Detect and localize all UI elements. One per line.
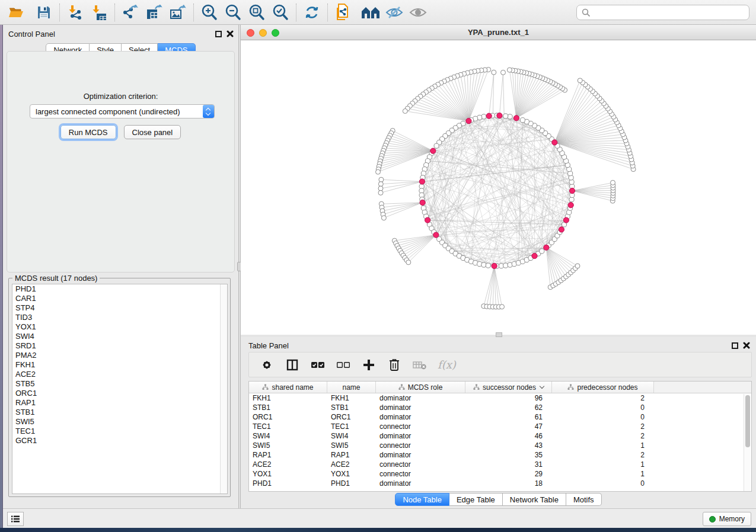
- graph-selected-node[interactable]: [563, 217, 569, 223]
- export-image-button[interactable]: [166, 2, 190, 23]
- export-table-button[interactable]: [142, 2, 166, 23]
- apply-layout-button[interactable]: [300, 2, 324, 23]
- graph-selected-node[interactable]: [433, 232, 439, 238]
- graph-selected-node[interactable]: [552, 140, 557, 145]
- mcds-result-item[interactable]: PMA2: [12, 351, 227, 360]
- graph-leaf-node[interactable]: [501, 70, 506, 75]
- column-header-MCDS-role[interactable]: MCDS role: [376, 382, 465, 393]
- mcds-result-item[interactable]: GCR1: [12, 436, 227, 446]
- show-columns-button[interactable]: [285, 357, 300, 373]
- graph-selected-node[interactable]: [419, 179, 425, 184]
- open-file-button[interactable]: [5, 2, 28, 23]
- show-all-button[interactable]: [406, 2, 430, 23]
- deselect-all-button[interactable]: [336, 357, 351, 373]
- splitter-handle[interactable]: [496, 332, 502, 337]
- graph-leaf-node[interactable]: [507, 68, 512, 72]
- graph-leaf-node[interactable]: [500, 305, 505, 309]
- global-search-box[interactable]: [576, 5, 749, 20]
- graph-selected-node[interactable]: [486, 113, 492, 118]
- table-mode-gear-button[interactable]: [259, 357, 275, 373]
- scrollbar-thumb[interactable]: [745, 395, 750, 447]
- tab-network-table[interactable]: Network Table: [503, 493, 566, 506]
- mcds-result-item[interactable]: ORC1: [12, 389, 227, 398]
- table-row[interactable]: SWI4SWI4dominator462: [249, 431, 751, 441]
- graph-selected-node[interactable]: [430, 148, 436, 153]
- mcds-result-item[interactable]: ACE2: [12, 370, 227, 379]
- graph-leaf-node[interactable]: [575, 264, 580, 268]
- graph-leaf-node[interactable]: [611, 180, 615, 185]
- graph-selected-node[interactable]: [420, 200, 425, 205]
- table-row[interactable]: FKH1FKH1dominator962: [249, 393, 751, 403]
- mcds-result-item[interactable]: SWI4: [12, 332, 227, 341]
- column-header-shared-name[interactable]: shared name: [249, 382, 327, 393]
- export-network-button[interactable]: [119, 2, 142, 23]
- save-session-button[interactable]: [32, 2, 56, 23]
- show-panels-list-button[interactable]: [7, 512, 24, 526]
- mcds-result-item[interactable]: RAP1: [12, 398, 227, 408]
- graph-selected-node[interactable]: [466, 118, 471, 124]
- mcds-result-item[interactable]: STB5: [12, 379, 227, 389]
- graph-node[interactable]: [503, 114, 508, 118]
- mcds-result-item[interactable]: SRD1: [12, 341, 227, 351]
- graph-leaf-node[interactable]: [378, 182, 383, 187]
- table-row[interactable]: YOX1YOX1connector291: [249, 469, 751, 479]
- graph-leaf-node[interactable]: [578, 78, 582, 83]
- graph-node[interactable]: [434, 143, 439, 148]
- mcds-result-item[interactable]: PHD1: [12, 284, 227, 294]
- hide-selected-button[interactable]: [382, 2, 406, 23]
- table-row[interactable]: ORC1ORC1dominator610: [249, 412, 751, 422]
- table-row[interactable]: TEC1TEC1connector472: [249, 422, 751, 431]
- graph-node[interactable]: [569, 180, 574, 184]
- graph-selected-node[interactable]: [544, 245, 549, 250]
- tab-node-table[interactable]: Node Table: [395, 493, 449, 506]
- create-column-button[interactable]: [361, 357, 377, 373]
- graph-selected-node[interactable]: [425, 217, 430, 223]
- table-row[interactable]: ACE2ACE2connector311: [249, 460, 751, 469]
- mcds-result-item[interactable]: TEC1: [12, 427, 227, 436]
- graph-node[interactable]: [481, 262, 486, 267]
- graph-selected-node[interactable]: [492, 263, 497, 268]
- delete-columns-button[interactable]: [387, 357, 402, 373]
- graph-leaf-node[interactable]: [379, 177, 384, 182]
- network-view-canvas[interactable]: [241, 40, 756, 335]
- table-row[interactable]: STB1STB1dominator620: [249, 403, 751, 412]
- mcds-result-item[interactable]: STP4: [12, 303, 227, 313]
- graph-node[interactable]: [520, 118, 525, 123]
- graph-leaf-node[interactable]: [492, 70, 496, 75]
- new-network-from-selection-button[interactable]: [331, 2, 355, 23]
- column-header-successor-nodes[interactable]: successor nodes: [465, 382, 552, 393]
- graph-node[interactable]: [540, 249, 544, 254]
- graph-selected-node[interactable]: [513, 116, 519, 121]
- table-row[interactable]: SWI5SWI5connector431: [249, 441, 751, 450]
- graph-node[interactable]: [508, 114, 512, 119]
- mcds-result-item[interactable]: TID3: [12, 313, 227, 322]
- import-network-button[interactable]: [63, 2, 87, 23]
- zoom-selected-button[interactable]: [269, 2, 292, 23]
- select-all-button[interactable]: [310, 357, 326, 373]
- search-input[interactable]: [591, 7, 749, 18]
- mcds-result-item[interactable]: YOX1: [12, 322, 227, 332]
- graph-leaf-node[interactable]: [381, 216, 386, 220]
- close-panel-icon[interactable]: [227, 30, 234, 37]
- memory-button[interactable]: Memory: [703, 512, 751, 526]
- import-table-button[interactable]: [87, 2, 111, 23]
- graph-selected-node[interactable]: [497, 113, 502, 118]
- zoom-fit-button[interactable]: [245, 2, 269, 23]
- mcds-list-scrollbar[interactable]: [220, 284, 227, 493]
- network-window-titlebar[interactable]: YPA_prune.txt_1: [241, 25, 756, 40]
- graph-selected-node[interactable]: [559, 227, 564, 232]
- graph-selected-node[interactable]: [568, 203, 573, 208]
- tab-edge-table[interactable]: Edge Table: [449, 493, 503, 506]
- float-panel-icon[interactable]: [215, 31, 222, 37]
- graph-selected-node[interactable]: [532, 253, 537, 258]
- graph-leaf-node[interactable]: [406, 260, 411, 265]
- table-scrollbar[interactable]: [744, 394, 751, 491]
- graph-leaf-node[interactable]: [378, 186, 383, 191]
- close-panel-button[interactable]: Close panel: [124, 125, 181, 139]
- graph-node[interactable]: [486, 263, 490, 268]
- graph-leaf-node[interactable]: [403, 109, 407, 114]
- first-neighbors-button[interactable]: [359, 2, 382, 23]
- optimization-criterion-select[interactable]: largest connected component (undirected): [30, 104, 215, 118]
- zoom-in-button[interactable]: [197, 2, 221, 23]
- table-row[interactable]: PHD1PHD1dominator180: [249, 479, 751, 488]
